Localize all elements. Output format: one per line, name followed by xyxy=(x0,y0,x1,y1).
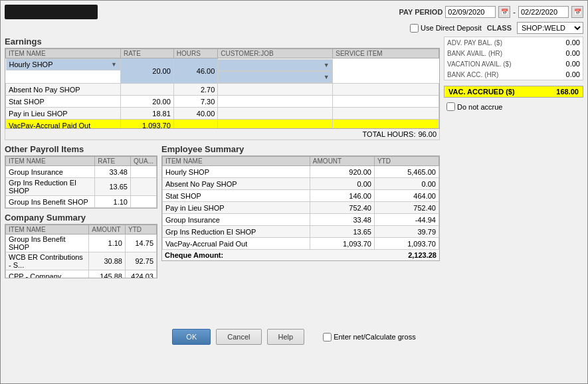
cell-ytd[interactable]: -44.94 xyxy=(374,214,439,226)
cell-item[interactable]: Absent No Pay SHOP xyxy=(6,84,121,96)
cancel-button[interactable]: Cancel xyxy=(216,329,261,345)
cell-item[interactable]: Grp Ins Reduction EI SHOP xyxy=(6,178,95,196)
table-row[interactable]: VacPay-Accrual Paid Out 1,093.70 1,093.7… xyxy=(163,238,439,250)
cell-amount[interactable]: 1.10 xyxy=(89,235,126,252)
cell-item[interactable]: VacPay-Accrual Paid Out xyxy=(6,120,121,129)
cell-service[interactable] xyxy=(333,84,439,96)
use-direct-deposit-label[interactable]: Use Direct Deposit xyxy=(410,24,482,33)
cell-item[interactable]: Grp Ins Reduction EI SHOP xyxy=(163,226,310,238)
other-payroll-table: ITEM NAME RATE QUA... Group Insurance 33… xyxy=(5,156,157,208)
cell-item[interactable]: CPP - Company xyxy=(6,270,89,278)
table-row[interactable]: Group Insurance 33.48 -44.94 xyxy=(163,214,439,226)
cell-item[interactable]: Stat SHOP xyxy=(6,96,121,108)
table-row[interactable]: CPP - Company 145.88 424.03 xyxy=(6,270,157,278)
cell-hours[interactable]: 46.00 xyxy=(173,58,218,84)
cell-item[interactable]: Absent No Pay SHOP xyxy=(163,178,310,190)
calendar-to-button[interactable]: 📅 xyxy=(571,6,583,18)
cell-customer[interactable]: ▼ xyxy=(218,59,332,71)
class-select[interactable]: SHOP:WELD xyxy=(517,22,583,34)
cell-hours[interactable] xyxy=(173,120,218,129)
cell-amount[interactable]: 752.40 xyxy=(310,202,374,214)
cell-ytd[interactable]: 14.75 xyxy=(125,235,156,252)
do-not-accrue-label[interactable]: Do not accrue xyxy=(444,100,583,113)
cell-item[interactable]: Hourly SHOP ▼ xyxy=(6,58,120,70)
cell-amount[interactable]: 30.88 xyxy=(89,252,126,270)
table-row[interactable]: Group Ins Benefit SHOP 1.10 xyxy=(6,196,157,208)
cell-item[interactable]: Group Ins Benefit SHOP xyxy=(6,235,89,252)
enter-net-label[interactable]: Enter net/Calculate gross xyxy=(323,333,416,341)
vac-accrued-row: VAC. ACCRUED ($) 168.00 xyxy=(444,86,583,98)
cell-hours[interactable]: 2.70 xyxy=(173,84,218,96)
cell-amount[interactable]: 13.65 xyxy=(310,226,374,238)
enter-net-checkbox[interactable] xyxy=(323,333,332,341)
help-button[interactable]: Help xyxy=(267,329,305,345)
cell-ytd[interactable]: 0.00 xyxy=(374,178,439,190)
cell-rate[interactable]: 1,093.70 xyxy=(120,120,173,129)
cell-ytd[interactable]: 464.00 xyxy=(374,190,439,202)
table-row[interactable]: VacPay-Accrual Paid Out 1,093.70 xyxy=(6,120,439,129)
cell-rate[interactable]: 1.10 xyxy=(95,196,131,208)
use-direct-deposit-checkbox[interactable] xyxy=(410,24,419,33)
cell-item[interactable]: Pay in Lieu SHOP xyxy=(163,202,310,214)
cell-item[interactable]: VacPay-Accrual Paid Out xyxy=(163,238,310,250)
cell-amount[interactable]: 1,093.70 xyxy=(310,238,374,250)
do-not-accrue-checkbox[interactable] xyxy=(446,102,455,111)
cell-amount[interactable]: 145.88 xyxy=(89,270,126,278)
table-row[interactable]: Absent No Pay SHOP 0.00 0.00 xyxy=(163,178,439,190)
cell-rate[interactable]: 20.00 xyxy=(120,58,173,84)
cell-customer[interactable] xyxy=(218,96,333,108)
cell-customer[interactable] xyxy=(218,108,333,120)
table-row[interactable]: Stat SHOP 20.00 7.30 xyxy=(6,96,439,108)
table-row[interactable]: Absent No Pay SHOP 2.70 xyxy=(6,84,439,96)
cell-ytd[interactable]: 424.03 xyxy=(125,270,156,278)
earnings-col-service: SERVICE ITEM xyxy=(333,49,439,58)
cell-rate[interactable]: 20.00 xyxy=(120,96,173,108)
cell-item[interactable]: Hourly SHOP xyxy=(163,166,310,178)
cell-item[interactable]: Group Ins Benefit SHOP xyxy=(6,196,95,208)
cell-service[interactable]: ▼ xyxy=(218,71,332,83)
cell-ytd[interactable]: 1,093.70 xyxy=(374,238,439,250)
table-row[interactable]: Pay in Lieu SHOP 752.40 752.40 xyxy=(163,202,439,214)
table-row[interactable]: WCB ER Contributions - S... 30.88 92.75 xyxy=(6,252,157,270)
cell-ytd[interactable]: 92.75 xyxy=(125,252,156,270)
table-row[interactable]: Group Ins Benefit SHOP 1.10 14.75 xyxy=(6,235,157,252)
pay-period-to[interactable] xyxy=(518,6,569,18)
cell-service[interactable] xyxy=(333,120,439,129)
table-row[interactable]: Stat SHOP 146.00 464.00 xyxy=(163,190,439,202)
cell-item[interactable]: WCB ER Contributions - S... xyxy=(6,252,89,270)
cell-rate[interactable]: 18.81 xyxy=(120,108,173,120)
cell-ytd[interactable]: 752.40 xyxy=(374,202,439,214)
cell-ytd[interactable]: 39.79 xyxy=(374,226,439,238)
table-row[interactable]: Grp Ins Reduction EI SHOP 13.65 39.79 xyxy=(163,226,439,238)
cell-item[interactable]: Group Insurance xyxy=(163,214,310,226)
table-row[interactable]: Pay in Lieu SHOP 18.81 40.00 xyxy=(6,108,439,120)
table-row[interactable]: Group Insurance 33.48 xyxy=(6,166,157,178)
table-row[interactable]: Hourly SHOP 920.00 5,465.00 xyxy=(163,166,439,178)
cell-customer[interactable] xyxy=(218,120,333,129)
cell-qty[interactable] xyxy=(130,178,156,196)
cell-item[interactable]: Stat SHOP xyxy=(163,190,310,202)
cell-amount[interactable]: 33.48 xyxy=(310,214,374,226)
cell-hours[interactable]: 7.30 xyxy=(173,96,218,108)
ok-button[interactable]: OK xyxy=(172,329,211,345)
cell-qty[interactable] xyxy=(130,196,156,208)
cell-amount[interactable]: 146.00 xyxy=(310,190,374,202)
cell-ytd[interactable]: 5,465.00 xyxy=(374,166,439,178)
cheque-value: 2,123.28 xyxy=(408,251,437,259)
cell-rate[interactable] xyxy=(120,84,173,96)
pay-period-from[interactable] xyxy=(445,6,496,18)
cell-amount[interactable]: 920.00 xyxy=(310,166,374,178)
cell-service[interactable] xyxy=(333,96,439,108)
cell-rate[interactable]: 13.65 xyxy=(95,178,131,196)
cell-item[interactable]: Pay in Lieu SHOP xyxy=(6,108,121,120)
cell-qty[interactable] xyxy=(130,166,156,178)
cell-service[interactable] xyxy=(333,108,439,120)
table-row[interactable]: Grp Ins Reduction EI SHOP 13.65 xyxy=(6,178,157,196)
cell-rate[interactable]: 33.48 xyxy=(95,166,131,178)
calendar-from-button[interactable]: 📅 xyxy=(498,6,510,18)
cell-customer[interactable] xyxy=(218,84,333,96)
cell-hours[interactable]: 40.00 xyxy=(173,108,218,120)
cell-item[interactable]: Group Insurance xyxy=(6,166,95,178)
table-row[interactable]: Hourly SHOP ▼ 20.00 46.00 ▼ xyxy=(6,58,439,84)
cell-amount[interactable]: 0.00 xyxy=(310,178,374,190)
